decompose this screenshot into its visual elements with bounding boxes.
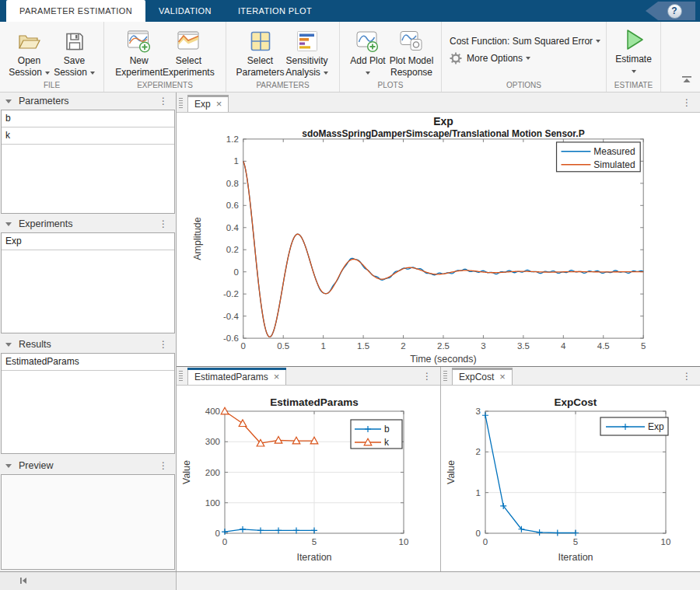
estimatedparams-document: EstimatedParams × ⋮ 05100100200300400Est… — [177, 367, 441, 571]
open-session-button[interactable]: Open Session — [7, 22, 52, 79]
svg-text:Exp: Exp — [648, 421, 664, 432]
svg-text:100: 100 — [205, 498, 220, 508]
plot-area: Exp × ⋮ 00.511.522.533.544.55-0.6-0.4-0.… — [177, 93, 700, 571]
svg-text:Measured: Measured — [593, 146, 635, 157]
plot-model-response-button[interactable]: Plot Model Response — [389, 22, 434, 79]
save-session-button[interactable]: Save Session — [52, 22, 97, 79]
tab-estimatedparams[interactable]: EstimatedParams × — [187, 368, 286, 385]
kebab-menu-icon[interactable]: ⋮ — [156, 340, 170, 349]
sensitivity-analysis-icon — [296, 27, 319, 55]
close-icon[interactable]: × — [216, 99, 222, 109]
tab-expcost[interactable]: ExpCost × — [452, 368, 513, 385]
tab-validation[interactable]: VALIDATION — [145, 0, 225, 22]
svg-text:0: 0 — [222, 537, 227, 546]
svg-text:4: 4 — [561, 341, 566, 351]
svg-text:10: 10 — [399, 537, 409, 546]
preview-content — [1, 474, 175, 570]
tab-iteration-plot[interactable]: ITERATION PLOT — [225, 0, 325, 22]
select-parameters-icon — [249, 27, 272, 55]
svg-text:Simulated: Simulated — [593, 159, 635, 170]
list-item[interactable]: k — [2, 127, 174, 145]
group-options: Cost Function: Sum Squared Error More Op… — [442, 22, 607, 92]
chevron-down-icon — [324, 72, 328, 75]
svg-text:5: 5 — [312, 537, 317, 546]
group-estimate: Estimate ESTIMATE — [607, 22, 661, 92]
tab-parameter-estimation[interactable]: PARAMETER ESTIMATION — [6, 0, 145, 22]
help-icon[interactable]: ? — [667, 4, 682, 19]
kebab-menu-icon[interactable]: ⋮ — [680, 372, 694, 381]
collapse-triangle-icon[interactable] — [5, 464, 12, 468]
content-area: Parameters ⋮ b k Experiments ⋮ Exp Resul… — [0, 93, 700, 571]
parameters-panel-title: Parameters — [19, 96, 156, 106]
kebab-menu-icon[interactable]: ⋮ — [156, 461, 170, 470]
estimatedparams-chart[interactable]: 05100100200300400EstimatedParamsIteratio… — [177, 386, 440, 570]
list-item[interactable]: b — [2, 110, 174, 127]
chevron-down-icon — [366, 72, 370, 75]
svg-text:10: 10 — [661, 537, 671, 546]
estimate-button[interactable]: Estimate — [611, 22, 657, 77]
parameter-estimation-app: PARAMETER ESTIMATION VALIDATION ITERATIO… — [0, 0, 700, 590]
svg-text:2: 2 — [401, 341, 405, 351]
list-item[interactable]: EstimatedParams — [2, 354, 174, 371]
svg-text:1: 1 — [233, 156, 238, 166]
new-experiment-button[interactable]: New Experiment — [115, 22, 163, 79]
kebab-menu-icon[interactable]: ⋮ — [156, 96, 170, 106]
results-panel-title: Results — [19, 339, 156, 350]
svg-text:0: 0 — [476, 529, 481, 538]
drag-grip-icon[interactable] — [443, 371, 447, 381]
chevron-down-icon — [632, 70, 636, 73]
exp-chart[interactable]: 00.511.522.533.544.55-0.6-0.4-0.200.20.4… — [177, 113, 699, 366]
collapse-ribbon-icon[interactable] — [681, 73, 692, 87]
expcost-document: ExpCost × ⋮ 05100123ExpCostIterationValu… — [441, 367, 700, 571]
kebab-menu-icon[interactable]: ⋮ — [420, 372, 434, 381]
estimate-play-icon — [622, 26, 646, 54]
expcost-chart[interactable]: 05100123ExpCostIterationValueExp — [441, 386, 699, 570]
svg-text:Iteration: Iteration — [296, 552, 331, 563]
svg-text:0.2: 0.2 — [226, 245, 239, 254]
drag-grip-icon[interactable] — [179, 371, 183, 381]
add-plot-button[interactable]: Add Plot — [347, 22, 389, 79]
sidebar: Parameters ⋮ b k Experiments ⋮ Exp Resul… — [0, 93, 177, 571]
kebab-menu-icon[interactable]: ⋮ — [156, 219, 170, 229]
svg-text:0: 0 — [241, 341, 246, 351]
close-icon[interactable]: × — [274, 372, 280, 382]
chevron-down-icon — [596, 40, 600, 43]
experiments-panel-title: Experiments — [19, 218, 156, 229]
bottom-plots-row: EstimatedParams × ⋮ 05100100200300400Est… — [177, 367, 700, 571]
svg-text:1.2: 1.2 — [226, 134, 239, 144]
select-parameters-button[interactable]: Select Parameters — [236, 22, 284, 79]
group-label-parameters: PARAMETERS — [226, 80, 339, 92]
svg-text:Exp: Exp — [433, 115, 453, 127]
gear-icon — [450, 52, 462, 65]
cost-function-dropdown[interactable]: Cost Function: Sum Squared Error — [450, 33, 600, 50]
save-icon — [65, 27, 85, 55]
close-icon[interactable]: × — [499, 372, 506, 382]
tab-exp[interactable]: Exp × — [187, 95, 229, 112]
svg-text:-0.2: -0.2 — [223, 289, 239, 298]
experiments-panel-header: Experiments ⋮ — [0, 215, 176, 232]
collapse-triangle-icon[interactable] — [5, 343, 12, 347]
svg-text:2.5: 2.5 — [437, 341, 450, 351]
svg-text:-0.4: -0.4 — [223, 312, 239, 321]
select-experiments-button[interactable]: Select Experiments — [163, 22, 215, 79]
preview-panel-header: Preview ⋮ — [0, 457, 176, 474]
svg-text:b: b — [384, 424, 390, 435]
sensitivity-analysis-button[interactable]: Sensitivity Analysis — [285, 22, 330, 79]
kebab-menu-icon[interactable]: ⋮ — [680, 98, 694, 107]
svg-text:0: 0 — [233, 267, 238, 277]
svg-text:1.5: 1.5 — [357, 341, 369, 351]
collapse-triangle-icon[interactable] — [5, 222, 12, 226]
estimatedparams-tabbar: EstimatedParams × ⋮ — [177, 367, 440, 386]
group-label-estimate: ESTIMATE — [607, 80, 660, 92]
more-options-dropdown[interactable]: More Options — [450, 50, 530, 67]
svg-text:4.5: 4.5 — [597, 341, 610, 351]
collapse-triangle-icon[interactable] — [5, 99, 12, 103]
drag-grip-icon[interactable] — [179, 98, 183, 108]
group-label-plots: PLOTS — [340, 80, 441, 92]
group-file: Open Session Save Session — [0, 22, 104, 92]
open-folder-icon — [18, 27, 41, 55]
ribbon-tabstrip: PARAMETER ESTIMATION VALIDATION ITERATIO… — [0, 0, 700, 22]
list-item[interactable]: Exp — [2, 233, 174, 250]
collapse-sidebar-icon[interactable] — [19, 574, 28, 588]
svg-text:3: 3 — [476, 407, 481, 416]
